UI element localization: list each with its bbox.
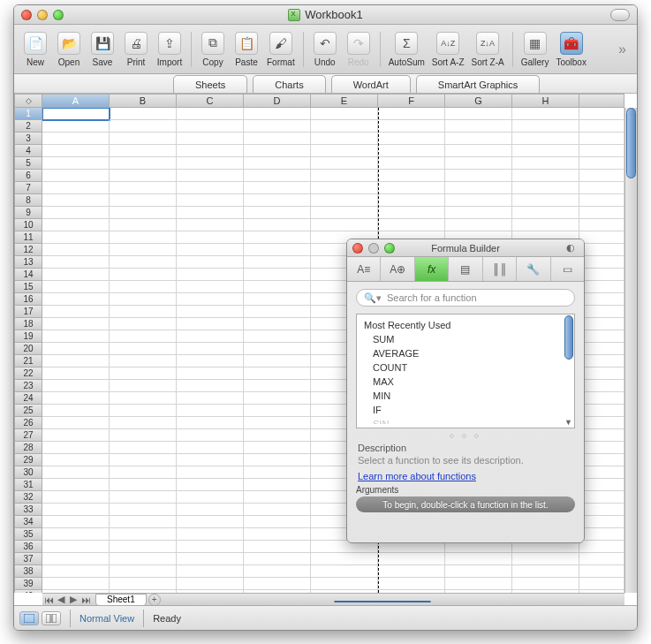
cell[interactable] — [42, 528, 110, 541]
cell[interactable] — [579, 318, 625, 330]
cell[interactable] — [110, 170, 177, 182]
autosum-button[interactable]: ΣAutoSum — [386, 27, 428, 72]
page-layout-view-button[interactable] — [42, 611, 61, 625]
cell[interactable] — [512, 207, 579, 219]
cell[interactable] — [378, 553, 445, 565]
cell[interactable] — [110, 244, 177, 256]
cell[interactable] — [177, 553, 244, 565]
cell[interactable] — [42, 207, 110, 219]
cell[interactable] — [177, 281, 244, 293]
cell[interactable] — [445, 219, 512, 231]
cell[interactable] — [445, 120, 512, 133]
cell[interactable] — [244, 256, 311, 269]
cell[interactable] — [445, 565, 512, 578]
row-header-37[interactable]: 37 — [14, 553, 42, 565]
cell[interactable] — [42, 417, 110, 429]
cell[interactable] — [512, 120, 579, 133]
cell[interactable] — [378, 133, 445, 145]
cell[interactable] — [177, 504, 244, 516]
cell[interactable] — [177, 293, 244, 306]
cell[interactable] — [244, 504, 311, 516]
fb-tab-fx[interactable]: fx — [415, 257, 449, 281]
cell[interactable] — [177, 219, 244, 231]
cell[interactable] — [42, 194, 110, 207]
format-button[interactable]: 🖌Format — [264, 27, 298, 72]
cell[interactable] — [378, 194, 445, 207]
cell[interactable] — [110, 231, 177, 244]
row-header-36[interactable]: 36 — [14, 541, 42, 553]
sheet-tab[interactable]: Sheet1 — [95, 594, 147, 606]
cell[interactable] — [42, 145, 110, 157]
cell[interactable] — [177, 306, 244, 318]
cell[interactable] — [579, 491, 625, 504]
cell[interactable] — [110, 306, 177, 318]
cell[interactable] — [110, 417, 177, 429]
cell[interactable] — [110, 565, 177, 578]
cell[interactable] — [378, 207, 445, 219]
cell[interactable] — [445, 145, 512, 157]
cell[interactable] — [579, 133, 625, 145]
cell[interactable] — [42, 405, 110, 417]
cell[interactable] — [244, 219, 311, 231]
fb-tab-library[interactable]: ║║ — [483, 257, 517, 281]
cell[interactable] — [512, 565, 579, 578]
cell[interactable] — [110, 442, 177, 454]
cell[interactable] — [177, 182, 244, 194]
row-header-14[interactable]: 14 — [14, 269, 42, 281]
row-header-11[interactable]: 11 — [14, 231, 42, 244]
cell[interactable] — [512, 157, 579, 170]
toolbar-overflow-button[interactable]: » — [618, 42, 632, 57]
cell[interactable] — [177, 367, 244, 380]
cell[interactable] — [579, 578, 625, 590]
cell[interactable] — [378, 219, 445, 231]
cell[interactable] — [110, 541, 177, 553]
cell[interactable] — [311, 145, 378, 157]
row-header-15[interactable]: 15 — [14, 281, 42, 293]
cell[interactable] — [579, 194, 625, 207]
cell[interactable] — [579, 157, 625, 170]
cell[interactable] — [244, 454, 311, 466]
column-header-C[interactable]: C — [177, 94, 244, 108]
fb-tab-notebook[interactable]: ▤ — [449, 257, 482, 281]
cell[interactable] — [177, 330, 244, 343]
cell[interactable] — [445, 182, 512, 194]
fb-list-scroll-thumb[interactable] — [564, 315, 573, 360]
cell[interactable] — [579, 170, 625, 182]
cell[interactable] — [110, 207, 177, 219]
cell[interactable] — [42, 244, 110, 256]
cell[interactable] — [177, 318, 244, 330]
cell[interactable] — [177, 442, 244, 454]
cell[interactable] — [512, 133, 579, 145]
cell[interactable] — [445, 194, 512, 207]
row-header-29[interactable]: 29 — [14, 454, 42, 466]
cell[interactable] — [244, 367, 311, 380]
cell[interactable] — [579, 219, 625, 231]
cell[interactable] — [42, 133, 110, 145]
cell[interactable] — [512, 182, 579, 194]
cell[interactable] — [311, 133, 378, 145]
cell[interactable] — [110, 194, 177, 207]
cell[interactable] — [579, 454, 625, 466]
row-header-6[interactable]: 6 — [14, 170, 42, 182]
cell[interactable] — [579, 367, 625, 380]
cell[interactable] — [579, 504, 625, 516]
cell[interactable] — [42, 380, 110, 392]
cell[interactable] — [110, 367, 177, 380]
formula-builder-window[interactable]: Formula Builder ◐ A≡ A⊕ fx ▤ ║║ 🔧 ▭ 🔍▾ S… — [346, 239, 585, 543]
vertical-scrollbar[interactable] — [625, 108, 637, 593]
cell[interactable] — [177, 466, 244, 479]
cell[interactable] — [244, 528, 311, 541]
fb-function-item[interactable]: COUNT — [357, 360, 574, 375]
cell[interactable] — [244, 330, 311, 343]
row-header-5[interactable]: 5 — [14, 157, 42, 170]
cell[interactable] — [110, 269, 177, 281]
cell[interactable] — [512, 578, 579, 590]
cell[interactable] — [378, 145, 445, 157]
row-header-20[interactable]: 20 — [14, 343, 42, 355]
new-button[interactable]: 📄New — [19, 27, 51, 72]
column-header-E[interactable]: E — [311, 94, 378, 108]
cell[interactable] — [177, 244, 244, 256]
cell[interactable] — [512, 553, 579, 565]
cell[interactable] — [42, 330, 110, 343]
column-header-G[interactable]: G — [445, 94, 512, 108]
